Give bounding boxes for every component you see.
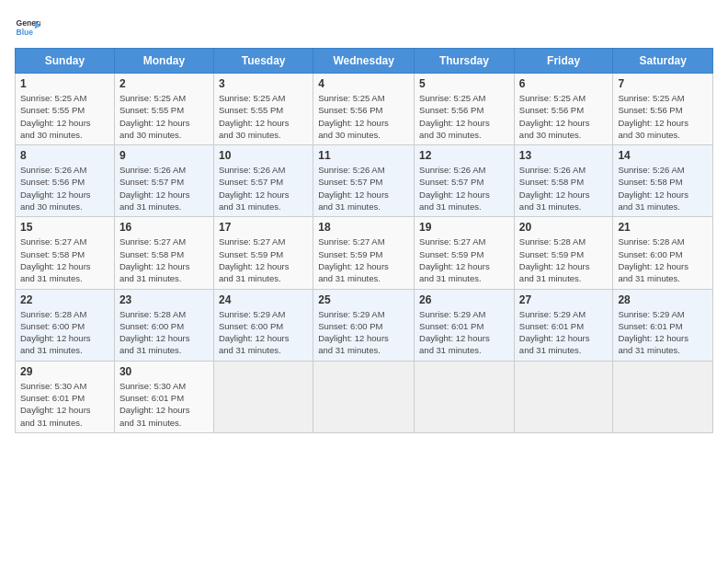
day-number: 24 (219, 293, 308, 306)
day-info: Sunrise: 5:29 AMSunset: 6:01 PMDaylight:… (419, 308, 509, 357)
calendar-cell: 30Sunrise: 5:30 AMSunset: 6:01 PMDayligh… (114, 361, 213, 432)
day-info: Sunrise: 5:29 AMSunset: 6:00 PMDaylight:… (219, 308, 308, 357)
day-number: 17 (219, 221, 308, 234)
calendar-cell: 24Sunrise: 5:29 AMSunset: 6:00 PMDayligh… (213, 289, 313, 361)
day-number: 6 (519, 77, 609, 90)
day-header-thursday: Thursday (415, 49, 515, 74)
day-number: 13 (519, 149, 609, 162)
calendar-cell: 19Sunrise: 5:27 AMSunset: 5:59 PMDayligh… (415, 217, 515, 289)
calendar-cell: 12Sunrise: 5:26 AMSunset: 5:57 PMDayligh… (415, 145, 515, 217)
day-info: Sunrise: 5:29 AMSunset: 6:01 PMDaylight:… (618, 308, 708, 357)
calendar-cell: 18Sunrise: 5:27 AMSunset: 5:59 PMDayligh… (313, 217, 415, 289)
day-info: Sunrise: 5:27 AMSunset: 5:58 PMDaylight:… (20, 236, 109, 284)
day-number: 7 (618, 77, 708, 90)
day-number: 8 (20, 149, 109, 162)
calendar-cell: 6Sunrise: 5:25 AMSunset: 5:56 PMDaylight… (514, 74, 613, 145)
calendar-cell: 29Sunrise: 5:30 AMSunset: 6:01 PMDayligh… (16, 361, 115, 432)
calendar-cell: 4Sunrise: 5:25 AMSunset: 5:56 PMDaylight… (313, 74, 415, 145)
day-number: 22 (20, 293, 109, 306)
calendar-week-3: 15Sunrise: 5:27 AMSunset: 5:58 PMDayligh… (16, 217, 713, 289)
calendar-cell: 23Sunrise: 5:28 AMSunset: 6:00 PMDayligh… (114, 289, 213, 361)
day-header-tuesday: Tuesday (213, 49, 313, 74)
calendar-cell: 7Sunrise: 5:25 AMSunset: 5:56 PMDaylight… (613, 74, 713, 145)
day-number: 19 (419, 221, 509, 234)
calendar-cell: 21Sunrise: 5:28 AMSunset: 6:00 PMDayligh… (613, 217, 713, 289)
calendar-cell: 15Sunrise: 5:27 AMSunset: 5:58 PMDayligh… (16, 217, 115, 289)
day-number: 9 (119, 149, 209, 162)
calendar-cell: 27Sunrise: 5:29 AMSunset: 6:01 PMDayligh… (514, 289, 613, 361)
day-info: Sunrise: 5:26 AMSunset: 5:57 PMDaylight:… (219, 164, 308, 213)
day-number: 15 (20, 221, 109, 234)
day-info: Sunrise: 5:25 AMSunset: 5:56 PMDaylight:… (318, 92, 409, 141)
day-header-friday: Friday (514, 49, 613, 74)
day-info: Sunrise: 5:28 AMSunset: 6:00 PMDaylight:… (618, 236, 708, 284)
day-info: Sunrise: 5:29 AMSunset: 6:00 PMDaylight:… (318, 308, 409, 357)
calendar-cell: 20Sunrise: 5:28 AMSunset: 5:59 PMDayligh… (514, 217, 613, 289)
calendar-cell: 13Sunrise: 5:26 AMSunset: 5:58 PMDayligh… (514, 145, 613, 217)
day-header-saturday: Saturday (613, 49, 713, 74)
calendar-week-5: 29Sunrise: 5:30 AMSunset: 6:01 PMDayligh… (16, 361, 713, 432)
day-info: Sunrise: 5:27 AMSunset: 5:59 PMDaylight:… (318, 236, 409, 284)
day-number: 14 (618, 149, 708, 162)
day-header-wednesday: Wednesday (313, 49, 415, 74)
day-info: Sunrise: 5:30 AMSunset: 6:01 PMDaylight:… (20, 380, 109, 429)
day-info: Sunrise: 5:27 AMSunset: 5:59 PMDaylight:… (219, 236, 308, 284)
logo: General Blue (15, 15, 44, 40)
calendar-cell: 10Sunrise: 5:26 AMSunset: 5:57 PMDayligh… (213, 145, 313, 217)
calendar-cell: 1Sunrise: 5:25 AMSunset: 5:55 PMDaylight… (16, 74, 115, 145)
day-number: 30 (119, 365, 209, 378)
day-info: Sunrise: 5:25 AMSunset: 5:56 PMDaylight:… (419, 92, 509, 141)
calendar-cell (613, 361, 713, 432)
day-info: Sunrise: 5:28 AMSunset: 6:00 PMDaylight:… (119, 308, 209, 357)
day-info: Sunrise: 5:26 AMSunset: 5:57 PMDaylight:… (318, 164, 409, 213)
calendar-cell: 25Sunrise: 5:29 AMSunset: 6:00 PMDayligh… (313, 289, 415, 361)
day-info: Sunrise: 5:27 AMSunset: 5:59 PMDaylight:… (419, 236, 509, 284)
day-info: Sunrise: 5:25 AMSunset: 5:55 PMDaylight:… (219, 92, 308, 141)
day-number: 12 (419, 149, 509, 162)
calendar-week-4: 22Sunrise: 5:28 AMSunset: 6:00 PMDayligh… (16, 289, 713, 361)
calendar-cell (415, 361, 515, 432)
day-number: 23 (119, 293, 209, 306)
day-number: 2 (119, 77, 209, 90)
day-info: Sunrise: 5:28 AMSunset: 5:59 PMDaylight:… (519, 236, 609, 284)
calendar-cell: 11Sunrise: 5:26 AMSunset: 5:57 PMDayligh… (313, 145, 415, 217)
calendar-cell (313, 361, 415, 432)
calendar-cell: 28Sunrise: 5:29 AMSunset: 6:01 PMDayligh… (613, 289, 713, 361)
day-info: Sunrise: 5:26 AMSunset: 5:57 PMDaylight:… (419, 164, 509, 213)
day-number: 11 (318, 149, 409, 162)
calendar-cell: 3Sunrise: 5:25 AMSunset: 5:55 PMDaylight… (213, 74, 313, 145)
calendar-cell: 26Sunrise: 5:29 AMSunset: 6:01 PMDayligh… (415, 289, 515, 361)
day-info: Sunrise: 5:27 AMSunset: 5:58 PMDaylight:… (119, 236, 209, 284)
calendar-cell: 16Sunrise: 5:27 AMSunset: 5:58 PMDayligh… (114, 217, 213, 289)
day-info: Sunrise: 5:25 AMSunset: 5:56 PMDaylight:… (618, 92, 708, 141)
day-header-sunday: Sunday (16, 49, 115, 74)
day-number: 29 (20, 365, 109, 378)
calendar-week-2: 8Sunrise: 5:26 AMSunset: 5:56 PMDaylight… (16, 145, 713, 217)
calendar-cell: 8Sunrise: 5:26 AMSunset: 5:56 PMDaylight… (16, 145, 115, 217)
calendar-cell: 2Sunrise: 5:25 AMSunset: 5:55 PMDaylight… (114, 74, 213, 145)
calendar-table: SundayMondayTuesdayWednesdayThursdayFrid… (15, 48, 713, 433)
calendar-cell: 17Sunrise: 5:27 AMSunset: 5:59 PMDayligh… (213, 217, 313, 289)
day-info: Sunrise: 5:28 AMSunset: 6:00 PMDaylight:… (20, 308, 109, 357)
day-info: Sunrise: 5:25 AMSunset: 5:56 PMDaylight:… (519, 92, 609, 141)
calendar-cell: 5Sunrise: 5:25 AMSunset: 5:56 PMDaylight… (415, 74, 515, 145)
day-info: Sunrise: 5:25 AMSunset: 5:55 PMDaylight:… (119, 92, 209, 141)
day-number: 5 (419, 77, 509, 90)
day-number: 21 (618, 221, 708, 234)
day-info: Sunrise: 5:26 AMSunset: 5:57 PMDaylight:… (119, 164, 209, 213)
day-number: 25 (318, 293, 409, 306)
day-number: 26 (419, 293, 509, 306)
calendar-cell (213, 361, 313, 432)
day-info: Sunrise: 5:29 AMSunset: 6:01 PMDaylight:… (519, 308, 609, 357)
day-info: Sunrise: 5:26 AMSunset: 5:58 PMDaylight:… (618, 164, 708, 213)
day-header-monday: Monday (114, 49, 213, 74)
calendar-cell (514, 361, 613, 432)
day-info: Sunrise: 5:30 AMSunset: 6:01 PMDaylight:… (119, 380, 209, 429)
calendar-week-1: 1Sunrise: 5:25 AMSunset: 5:55 PMDaylight… (16, 74, 713, 145)
day-number: 27 (519, 293, 609, 306)
day-number: 1 (20, 77, 109, 90)
day-number: 3 (219, 77, 308, 90)
day-number: 10 (219, 149, 308, 162)
calendar-cell: 22Sunrise: 5:28 AMSunset: 6:00 PMDayligh… (16, 289, 115, 361)
day-info: Sunrise: 5:26 AMSunset: 5:58 PMDaylight:… (519, 164, 609, 213)
